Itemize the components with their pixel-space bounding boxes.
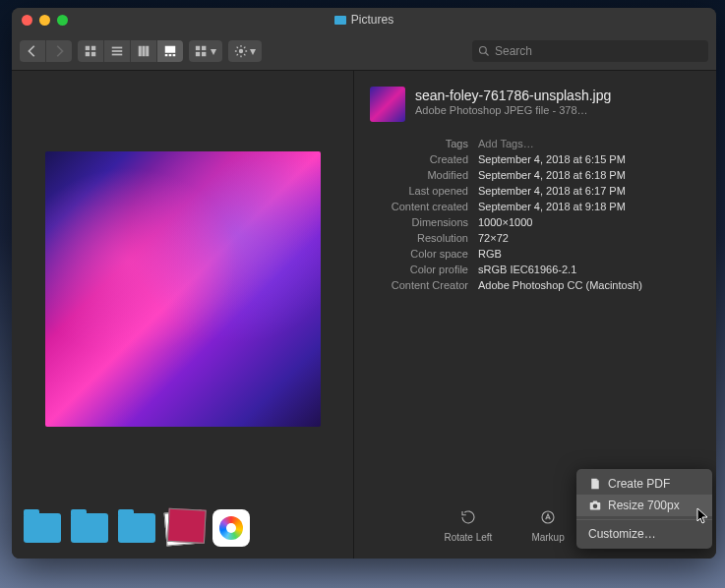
inspector-pane: sean-foley-761786-unsplash.jpg Adobe Pho… xyxy=(354,71,716,559)
lastopened-label: Last opened xyxy=(370,185,468,197)
dimensions-value: 1000×1000 xyxy=(478,216,700,228)
nav-buttons xyxy=(20,40,72,62)
svg-rect-26 xyxy=(593,501,598,503)
svg-rect-6 xyxy=(112,53,123,55)
markup-action[interactable]: Markup xyxy=(531,506,564,543)
image-stack-thumb[interactable] xyxy=(164,509,205,546)
icon-view-button[interactable] xyxy=(78,40,103,62)
back-button[interactable] xyxy=(20,40,45,62)
contentcreated-label: Content created xyxy=(370,201,468,212)
svg-rect-3 xyxy=(91,51,95,55)
menu-customize[interactable]: Customize… xyxy=(576,523,712,545)
search-icon xyxy=(478,45,490,57)
thumbnail-strip xyxy=(24,496,341,547)
colorspace-label: Color space xyxy=(370,248,468,260)
camera-icon xyxy=(588,499,602,512)
menu-create-pdf[interactable]: Create PDF xyxy=(576,473,712,495)
titlebar[interactable]: Pictures xyxy=(12,8,716,31)
svg-rect-15 xyxy=(202,45,206,49)
window-title-text: Pictures xyxy=(351,13,393,27)
view-buttons xyxy=(78,40,183,62)
folder-thumb[interactable] xyxy=(24,513,61,543)
file-thumbnail xyxy=(370,87,405,122)
contentcreator-label: Content Creator xyxy=(370,279,468,291)
svg-rect-1 xyxy=(91,45,95,49)
folder-icon xyxy=(334,16,346,25)
forward-button[interactable] xyxy=(45,40,72,62)
file-name: sean-foley-761786-unsplash.jpg xyxy=(415,87,611,104)
resolution-label: Resolution xyxy=(370,232,468,244)
colorprofile-label: Color profile xyxy=(370,264,468,275)
toolbar: ▾ ▾ Search xyxy=(12,31,716,71)
content-area: sean-foley-761786-unsplash.jpg Adobe Pho… xyxy=(12,71,716,559)
markup-label: Markup xyxy=(531,532,564,543)
action-button[interactable]: ▾ xyxy=(228,40,262,62)
action-button-group: ▾ xyxy=(228,40,262,62)
created-label: Created xyxy=(370,153,468,165)
gallery-pane xyxy=(12,71,354,559)
metadata-grid: Tags Add Tags… Created September 4, 2018… xyxy=(370,138,700,291)
svg-rect-17 xyxy=(202,51,206,55)
svg-rect-14 xyxy=(196,45,200,49)
menu-customize-label: Customize… xyxy=(588,527,656,541)
modified-label: Modified xyxy=(370,169,468,181)
document-icon xyxy=(588,477,602,491)
modified-value: September 4, 2018 at 6:18 PM xyxy=(478,169,700,181)
svg-rect-13 xyxy=(173,54,176,56)
created-value: September 4, 2018 at 6:15 PM xyxy=(478,153,700,165)
svg-point-18 xyxy=(239,48,243,52)
close-button[interactable] xyxy=(22,15,32,26)
menu-resize-label: Resize 700px xyxy=(608,499,680,512)
resolution-value: 72×72 xyxy=(478,232,700,244)
svg-rect-10 xyxy=(165,45,176,52)
svg-rect-9 xyxy=(146,45,149,56)
photos-library-thumb[interactable] xyxy=(212,509,250,547)
menu-separator xyxy=(576,519,712,520)
column-view-button[interactable] xyxy=(130,40,156,62)
svg-point-27 xyxy=(593,504,598,509)
svg-rect-0 xyxy=(86,45,90,49)
folder-thumb[interactable] xyxy=(118,513,155,543)
finder-window: Pictures ▾ ▾ Search xyxy=(12,8,716,559)
svg-rect-11 xyxy=(165,54,168,56)
svg-rect-12 xyxy=(169,54,172,56)
zoom-button[interactable] xyxy=(57,15,68,26)
colorprofile-value: sRGB IEC61966-2.1 xyxy=(478,264,700,275)
colorspace-value: RGB xyxy=(478,248,700,260)
contentcreated-value: September 4, 2018 at 9:18 PM xyxy=(478,201,700,212)
list-view-button[interactable] xyxy=(103,40,130,62)
traffic-lights xyxy=(22,15,68,26)
more-menu: Create PDF Resize 700px Customize… xyxy=(576,469,712,549)
lastopened-value: September 4, 2018 at 6:17 PM xyxy=(478,185,700,197)
svg-point-19 xyxy=(480,46,487,53)
group-button-group: ▾ xyxy=(189,40,222,62)
svg-rect-2 xyxy=(86,51,90,55)
tags-value[interactable]: Add Tags… xyxy=(478,138,700,149)
svg-rect-8 xyxy=(142,45,145,56)
rotate-left-label: Rotate Left xyxy=(444,532,492,543)
search-placeholder: Search xyxy=(495,44,532,58)
svg-rect-16 xyxy=(196,51,200,55)
dimensions-label: Dimensions xyxy=(370,216,468,228)
file-header: sean-foley-761786-unsplash.jpg Adobe Pho… xyxy=(370,87,700,122)
rotate-left-icon xyxy=(457,506,479,528)
menu-resize[interactable]: Resize 700px xyxy=(576,495,712,516)
svg-rect-7 xyxy=(139,45,142,56)
gallery-view-button[interactable] xyxy=(156,40,183,62)
file-subtitle: Adobe Photoshop JPEG file - 378… xyxy=(415,104,611,116)
preview-area xyxy=(24,83,341,496)
folder-thumb[interactable] xyxy=(71,513,108,543)
tags-label: Tags xyxy=(370,138,468,149)
window-title: Pictures xyxy=(12,13,716,27)
contentcreator-value: Adobe Photoshop CC (Macintosh) xyxy=(478,279,700,291)
svg-rect-5 xyxy=(112,50,123,52)
svg-rect-4 xyxy=(112,46,123,48)
group-button[interactable]: ▾ xyxy=(189,40,222,62)
rotate-left-action[interactable]: Rotate Left xyxy=(444,506,492,543)
minimize-button[interactable] xyxy=(39,15,50,26)
menu-create-pdf-label: Create PDF xyxy=(608,477,670,491)
selected-image-preview[interactable] xyxy=(45,151,321,427)
markup-icon xyxy=(537,506,559,528)
search-field[interactable]: Search xyxy=(472,40,708,62)
